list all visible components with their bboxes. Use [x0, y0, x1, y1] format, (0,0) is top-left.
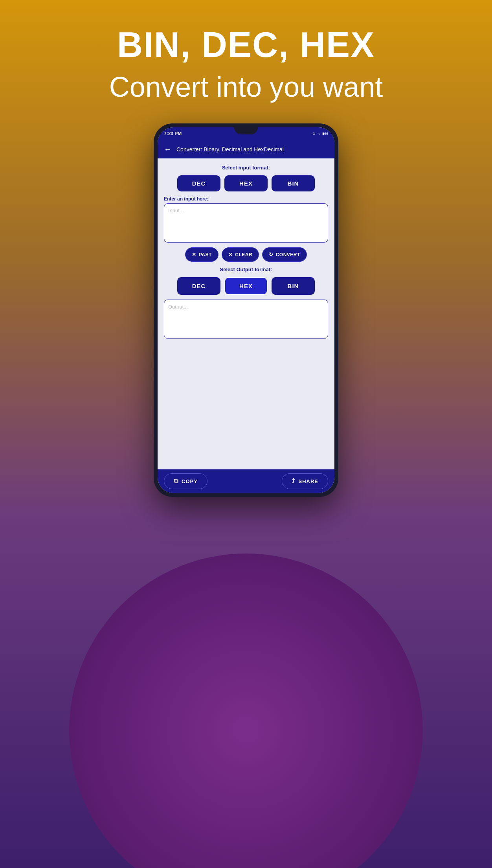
input-field-label: Enter an input here: — [164, 196, 328, 202]
past-icon: ✕ — [192, 252, 196, 257]
convert-label: CONVERT — [276, 252, 300, 257]
status-time: 7:23 PM — [164, 131, 182, 136]
headline: BIN, DEC, HEX Convert into you want — [109, 24, 383, 104]
phone-screen: 7:23 PM ⊙ ↑↓ ▮66 ← Converter: Binary, De… — [158, 127, 334, 493]
headline-line1: BIN, DEC, HEX — [109, 24, 383, 66]
past-label: PAST — [199, 252, 212, 257]
past-button[interactable]: ✕ PAST — [185, 247, 218, 262]
convert-button[interactable]: ↻ CONVERT — [262, 247, 307, 262]
signal-icon: ↑↓ — [317, 132, 321, 136]
action-buttons: ✕ PAST ✕ CLEAR ↻ CONVERT — [164, 247, 328, 262]
clear-icon: ✕ — [228, 252, 233, 257]
output-bin-button[interactable]: BIN — [272, 277, 315, 295]
output-format-buttons: DEC HEX BIN — [164, 277, 328, 295]
copy-icon: ⧉ — [174, 478, 178, 485]
output-dec-button[interactable]: DEC — [177, 277, 220, 295]
status-icons: ⊙ ↑↓ ▮66 — [312, 132, 328, 136]
clear-label: CLEAR — [235, 252, 252, 257]
wifi-icon: ⊙ — [312, 132, 316, 136]
share-icon: ⤴ — [292, 478, 295, 485]
input-format-label: Select input format: — [164, 165, 328, 171]
phone-notch — [234, 127, 258, 134]
share-button[interactable]: ⤴ SHARE — [282, 473, 328, 489]
bottom-bar: ⧉ COPY ⤴ SHARE — [158, 469, 334, 493]
output-format-label: Select Output format: — [164, 267, 328, 272]
back-arrow-icon[interactable]: ← — [164, 145, 172, 154]
copy-label: COPY — [182, 478, 198, 484]
copy-button[interactable]: ⧉ COPY — [164, 473, 207, 489]
headline-line2: Convert into you want — [109, 70, 383, 104]
clear-button[interactable]: ✕ CLEAR — [222, 247, 259, 262]
phone-wrapper: 7:23 PM ⊙ ↑↓ ▮66 ← Converter: Binary, De… — [154, 123, 338, 497]
phone-frame: 7:23 PM ⊙ ↑↓ ▮66 ← Converter: Binary, De… — [154, 123, 338, 497]
app-content: Select input format: DEC HEX BIN Enter a… — [158, 158, 334, 469]
input-dec-button[interactable]: DEC — [177, 175, 220, 191]
convert-icon: ↻ — [269, 252, 274, 257]
app-bar: ← Converter: Binary, Decimal and HexDeci… — [158, 140, 334, 158]
app-title: Converter: Binary, Decimal and HexDecima… — [176, 146, 284, 153]
input-format-buttons: DEC HEX BIN — [164, 175, 328, 191]
input-hex-button[interactable]: HEX — [224, 175, 268, 191]
input-textarea[interactable] — [164, 203, 328, 243]
output-hex-button[interactable]: HEX — [224, 277, 268, 295]
share-label: SHARE — [298, 478, 318, 484]
output-textarea — [164, 300, 328, 339]
input-bin-button[interactable]: BIN — [272, 175, 315, 191]
battery-icon: ▮66 — [322, 132, 328, 136]
